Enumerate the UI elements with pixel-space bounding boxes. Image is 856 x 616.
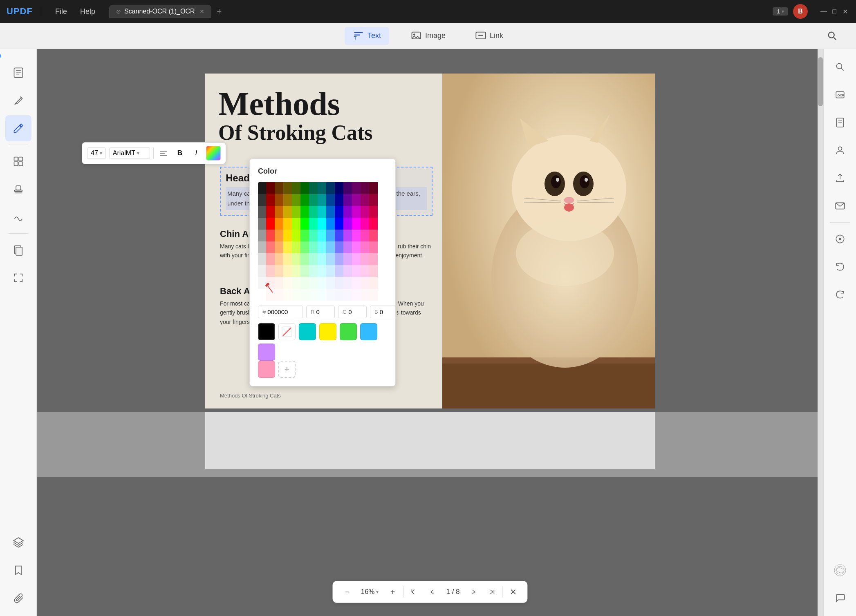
svg-rect-91 <box>326 206 335 218</box>
toolbar-text-button[interactable]: T Text <box>345 27 389 45</box>
sidebar-item-pages[interactable] <box>5 237 31 263</box>
toolbar-sep-1 <box>153 147 154 159</box>
file-menu[interactable]: File <box>49 5 73 18</box>
toolbar-search-button[interactable] <box>818 27 846 45</box>
g-label: G <box>343 309 347 315</box>
sidebar-divider-2 <box>9 233 28 234</box>
page-first-button[interactable] <box>407 585 421 599</box>
svg-rect-108 <box>361 218 369 230</box>
italic-button[interactable]: I <box>190 147 203 160</box>
svg-rect-85 <box>275 206 283 218</box>
close-button[interactable]: ✕ <box>840 7 849 16</box>
svg-rect-150 <box>275 265 283 277</box>
svg-rect-99 <box>283 218 292 230</box>
svg-rect-72 <box>275 194 283 206</box>
svg-rect-80 <box>343 194 352 206</box>
sidebar-item-organize[interactable] <box>5 148 31 174</box>
page-last-button[interactable] <box>484 585 499 599</box>
preset-yellow[interactable] <box>319 323 336 340</box>
preset-purple[interactable] <box>258 344 275 361</box>
page-prev-button[interactable] <box>425 585 439 599</box>
preset-cyan[interactable] <box>299 323 316 340</box>
active-tab[interactable]: ⊘ Scanned-OCR (1)_OCR ✕ <box>109 5 212 18</box>
zoom-in-button[interactable]: + <box>385 585 400 599</box>
toolbar-close-button[interactable]: ✕ <box>506 585 521 599</box>
hex-input[interactable]: # 000000 <box>258 306 303 318</box>
font-size-value: 47 <box>91 150 98 157</box>
sidebar-item-reader[interactable] <box>5 60 31 86</box>
right-sidebar-email[interactable] <box>827 193 853 219</box>
main-layout: 47 ▾ ArialMT ▾ B I <box>0 49 856 616</box>
svg-rect-181 <box>318 289 326 301</box>
tab-close-button[interactable]: ✕ <box>199 8 204 15</box>
svg-point-208 <box>836 566 844 574</box>
svg-rect-182 <box>326 289 335 301</box>
right-sidebar-ocr[interactable]: OCR <box>827 82 853 108</box>
svg-rect-90 <box>318 206 326 218</box>
bold-button[interactable]: B <box>173 147 186 160</box>
right-sidebar-doc[interactable] <box>827 109 853 136</box>
svg-rect-165 <box>292 277 300 289</box>
preset-blue[interactable] <box>360 323 377 340</box>
b-input[interactable]: B 0 <box>370 306 399 318</box>
sidebar-item-layers[interactable] <box>5 529 31 556</box>
preset-add-button[interactable]: + <box>278 361 296 378</box>
font-size-selector[interactable]: 47 ▾ <box>87 147 106 159</box>
right-sidebar-chat[interactable] <box>827 585 853 611</box>
right-sidebar-search[interactable] <box>827 54 853 80</box>
minimize-button[interactable]: — <box>819 7 828 16</box>
right-sidebar-redo[interactable] <box>827 281 853 308</box>
window-controls: — □ ✕ <box>819 7 849 16</box>
zoom-out-button[interactable]: − <box>339 585 354 599</box>
annotate-icon <box>13 95 24 106</box>
color-grid-svg[interactable] <box>258 182 388 301</box>
svg-rect-147 <box>361 253 369 265</box>
page-indicator: 1 / 8 <box>443 586 463 598</box>
zoom-value-display[interactable]: 16% ▾ <box>357 586 382 598</box>
preset-black[interactable] <box>258 323 275 340</box>
svg-rect-65 <box>326 182 335 194</box>
sidebar-item-attachment[interactable] <box>5 585 31 611</box>
font-name-selector[interactable]: ArialMT ▾ <box>109 147 150 159</box>
svg-rect-125 <box>283 241 292 253</box>
right-sidebar-collab[interactable] <box>827 557 853 583</box>
toolbar-image-button[interactable]: Image <box>402 27 454 45</box>
maximize-button[interactable]: □ <box>830 7 839 16</box>
align-button[interactable] <box>157 147 170 160</box>
svg-rect-104 <box>326 218 335 230</box>
tab-bar: ⊘ Scanned-OCR (1)_OCR ✕ + <box>109 4 225 18</box>
svg-rect-153 <box>300 265 309 277</box>
help-menu[interactable]: Help <box>74 5 101 18</box>
svg-rect-0 <box>354 32 363 33</box>
svg-rect-89 <box>309 206 318 218</box>
color-picker-button[interactable] <box>206 146 221 161</box>
preset-none[interactable] <box>278 323 296 340</box>
user-avatar[interactable]: B <box>793 4 808 19</box>
font-name-chevron-icon: ▾ <box>137 150 139 156</box>
preset-pink[interactable] <box>258 361 275 378</box>
sidebar-item-annotate[interactable] <box>5 87 31 114</box>
sidebar-item-bookmark[interactable] <box>5 557 31 583</box>
g-input[interactable]: G 0 <box>338 306 367 318</box>
r-input[interactable]: R 0 <box>306 306 335 318</box>
sidebar-item-sign[interactable] <box>5 204 31 230</box>
sidebar-item-stamp[interactable] <box>5 176 31 202</box>
scrollbar-thumb[interactable] <box>818 57 823 106</box>
right-sidebar-upload[interactable] <box>827 165 853 191</box>
svg-rect-15 <box>19 157 22 161</box>
sidebar-item-edit[interactable] <box>5 115 31 141</box>
toolbar-link-button[interactable]: Link <box>467 27 511 45</box>
page-next-button[interactable] <box>466 585 481 599</box>
right-sidebar-person[interactable] <box>827 137 853 163</box>
sidebar-item-compress[interactable] <box>5 265 31 291</box>
cat-image-area <box>442 74 655 408</box>
right-sidebar-ai[interactable] <box>827 226 853 252</box>
svg-rect-140 <box>300 253 309 265</box>
color-grid[interactable] <box>258 182 388 301</box>
preset-green[interactable] <box>340 323 357 340</box>
tab-add-button[interactable]: + <box>213 4 225 18</box>
svg-rect-127 <box>300 241 309 253</box>
right-sidebar-undo[interactable] <box>827 254 853 280</box>
pdf-page[interactable]: 47 ▾ ArialMT ▾ B I <box>37 49 823 616</box>
svg-rect-175 <box>266 289 275 301</box>
